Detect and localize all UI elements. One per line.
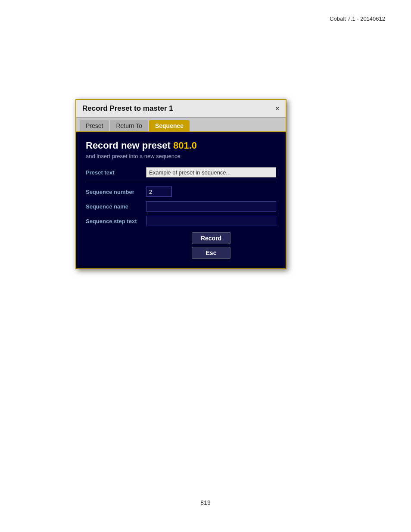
record-subtext: and insert preset into a new sequence <box>86 153 276 159</box>
dialog-body: Record new preset 801.0 and insert prese… <box>76 132 286 268</box>
preset-text-row: Preset text <box>86 167 276 177</box>
sequence-step-text-input[interactable] <box>146 216 276 226</box>
heading-prefix: Record new preset <box>86 140 173 151</box>
sequence-number-input[interactable] <box>146 187 172 197</box>
sequence-step-text-label: Sequence step text <box>86 218 146 224</box>
heading-number: 801.0 <box>173 140 197 151</box>
sequence-name-row: Sequence name <box>86 201 276 212</box>
button-row: Record Esc <box>86 232 276 259</box>
record-button[interactable]: Record <box>192 232 230 244</box>
page-number: 819 <box>200 499 210 506</box>
tab-sequence[interactable]: Sequence <box>149 120 190 131</box>
esc-button[interactable]: Esc <box>192 247 230 259</box>
preset-text-label: Preset text <box>86 169 146 176</box>
dialog: Record Preset to master 1 × Preset Retur… <box>75 99 286 269</box>
preset-text-input[interactable] <box>146 167 276 177</box>
tab-preset[interactable]: Preset <box>80 120 109 131</box>
sequence-number-label: Sequence number <box>86 189 146 195</box>
sequence-step-text-row: Sequence step text <box>86 216 276 226</box>
record-heading: Record new preset 801.0 <box>86 140 276 151</box>
sequence-name-input[interactable] <box>146 201 276 212</box>
tab-return-to[interactable]: Return To <box>110 120 148 131</box>
sequence-number-row: Sequence number <box>86 187 276 197</box>
divider <box>86 182 276 182</box>
dialog-titlebar: Record Preset to master 1 × <box>76 100 286 118</box>
dialog-title: Record Preset to master 1 <box>82 104 173 113</box>
version-label: Cobalt 7.1 - 20140612 <box>330 16 385 22</box>
close-button[interactable]: × <box>275 105 280 112</box>
tab-bar: Preset Return To Sequence <box>76 118 286 132</box>
sequence-name-label: Sequence name <box>86 203 146 210</box>
